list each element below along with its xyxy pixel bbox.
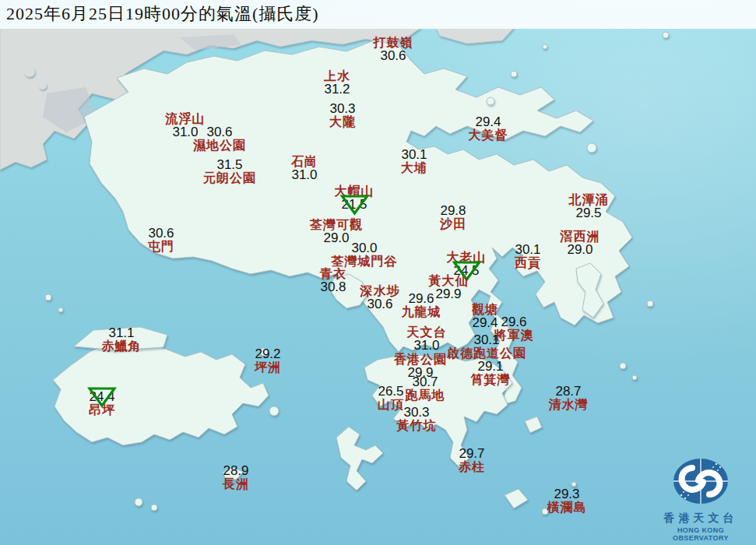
station-temperature: 30.6: [148, 227, 174, 240]
station-name: 大美督: [469, 128, 508, 142]
station-name: 大埔: [401, 161, 427, 174]
station-temperature: 29.3: [547, 487, 587, 501]
station-name: 香港公園: [394, 353, 447, 366]
station-temperature: 29.4: [469, 115, 508, 128]
station-temperature: 31.0: [291, 168, 318, 181]
station-name: 九龍城: [402, 305, 441, 318]
station-天文台: 天文台31.0: [407, 325, 447, 352]
station-name: 跑馬地: [406, 389, 445, 402]
station-temperature: 30.6: [360, 297, 400, 311]
station-name: 黃竹坑: [397, 419, 437, 432]
station-name: 沙田: [440, 217, 466, 230]
station-name: 北潭涌: [569, 193, 609, 206]
station-name: 西貢: [515, 256, 541, 269]
hko-logo-english-name: HONG KONG OBSERVATORY: [649, 526, 752, 542]
station-打鼓嶺: 打鼓嶺30.6: [374, 36, 413, 62]
station-name: 深水埗: [360, 284, 400, 297]
station-name: 赤柱: [459, 460, 485, 473]
station-青衣: 青衣30.8: [320, 267, 346, 294]
station-name: 打鼓嶺: [374, 36, 413, 49]
hong-kong-map: [0, 0, 756, 545]
station-temperature: 29.2: [255, 347, 281, 360]
title-bar: 2025年6月25日19時00分的氣溫(攝氏度): [0, 0, 756, 29]
station-大老山: 大老山24.5: [447, 251, 487, 277]
station-九龍城: 29.6九龍城: [402, 292, 441, 318]
station-temperature: 29.0: [561, 243, 600, 256]
station-name: 天文台: [407, 325, 447, 339]
station-name: 濕地公園: [193, 139, 246, 152]
station-temperature: 29.8: [440, 204, 466, 217]
station-name: 坪洲: [255, 360, 281, 374]
station-黃竹坑: 30.3黃竹坑: [397, 406, 437, 432]
station-temperature: 28.9: [223, 464, 249, 477]
station-name: 昂坪: [89, 403, 115, 417]
station-name: 觀塘: [472, 303, 498, 316]
station-赤鱲角: 31.1赤鱲角: [102, 326, 142, 353]
hko-logo-icon: [668, 456, 733, 508]
station-濕地公園: 30.6濕地公園: [193, 125, 246, 152]
station-temperature: 30.1: [515, 243, 541, 256]
station-temperature: 28.7: [549, 385, 589, 398]
station-temperature: 29.7: [459, 447, 485, 460]
station-temperature: 26.5: [378, 385, 404, 398]
station-name: 大隴: [329, 115, 356, 128]
station-temperature: 30.1: [447, 333, 526, 346]
station-temperature: 29.5: [569, 206, 609, 220]
station-name: 石崗: [291, 155, 318, 168]
station-name: 啟德跑道公園: [447, 346, 526, 360]
station-temperature: 21.5: [335, 198, 374, 211]
station-大帽山: 大帽山21.5: [335, 185, 374, 211]
station-深水埗: 深水埗30.6: [360, 284, 400, 311]
station-大埔: 30.1大埔: [401, 148, 427, 174]
station-name: 清水灣: [549, 398, 589, 411]
map-title: 2025年6月25日19時00分的氣溫(攝氏度): [6, 2, 319, 26]
temperature-map-page: 2025年6月25日19時00分的氣溫(攝氏度) 打鼓嶺30.6上水31.230…: [0, 0, 756, 545]
station-name: 上水: [324, 69, 350, 83]
station-name: 屯門: [148, 240, 174, 253]
station-赤柱: 29.7赤柱: [459, 447, 485, 473]
station-temperature: 30.3: [397, 406, 437, 419]
station-name: 大帽山: [335, 185, 374, 198]
station-temperature: 31.5: [203, 158, 256, 171]
station-temperature: 31.2: [324, 83, 350, 96]
station-橫瀾島: 29.3橫瀾島: [547, 487, 587, 514]
station-石崗: 石崗31.0: [291, 155, 318, 181]
station-筲箕灣: 29.1筲箕灣: [471, 360, 511, 386]
station-temperature: 30.0: [332, 241, 398, 255]
station-name: 橫瀾島: [547, 501, 587, 514]
station-昂坪: 24.4昂坪: [89, 390, 115, 417]
station-name: 大老山: [447, 251, 487, 264]
station-長洲: 28.9長洲: [223, 464, 249, 490]
station-temperature: 30.1: [401, 148, 427, 161]
station-北潭涌: 北潭涌29.5: [569, 193, 609, 220]
station-西貢: 30.1西貢: [515, 243, 541, 269]
station-name: 滘西洲: [561, 230, 600, 243]
station-temperature: 30.3: [329, 102, 356, 115]
station-temperature: 31.0: [407, 339, 447, 352]
station-temperature: 29.6: [494, 315, 534, 329]
station-上水: 上水31.2: [324, 69, 350, 96]
station-坪洲: 29.2坪洲: [255, 347, 281, 374]
station-跑馬地: 30.7跑馬地: [406, 375, 445, 402]
hko-logo: 香港天文台 HONG KONG OBSERVATORY: [649, 456, 752, 542]
station-temperature: 24.4: [89, 390, 115, 403]
station-name: 赤鱲角: [102, 339, 142, 353]
station-temperature: 29.1: [471, 360, 511, 373]
station-啟德跑道公園: 30.1啟德跑道公園: [447, 333, 526, 360]
station-元朗公園: 31.5元朗公園: [203, 158, 256, 185]
station-temperature: 30.6: [193, 125, 246, 139]
station-清水灣: 28.7清水灣: [549, 385, 589, 411]
station-name: 青衣: [320, 267, 346, 280]
station-temperature: 30.8: [320, 280, 346, 294]
hko-logo-chinese-name: 香港天文台: [649, 512, 752, 526]
station-temperature: 29.6: [402, 292, 441, 305]
station-name: 長洲: [223, 477, 249, 490]
station-屯門: 30.6屯門: [148, 227, 174, 253]
station-大隴: 30.3大隴: [329, 102, 356, 128]
station-temperature: 30.7: [406, 375, 445, 389]
station-荃灣城門谷: 30.0荃灣城門谷: [332, 241, 398, 268]
station-name: 荃灣城門谷: [332, 255, 398, 268]
station-temperature: 30.6: [374, 49, 413, 62]
station-temperature: 31.1: [102, 326, 142, 339]
station-name: 元朗公園: [203, 171, 256, 185]
